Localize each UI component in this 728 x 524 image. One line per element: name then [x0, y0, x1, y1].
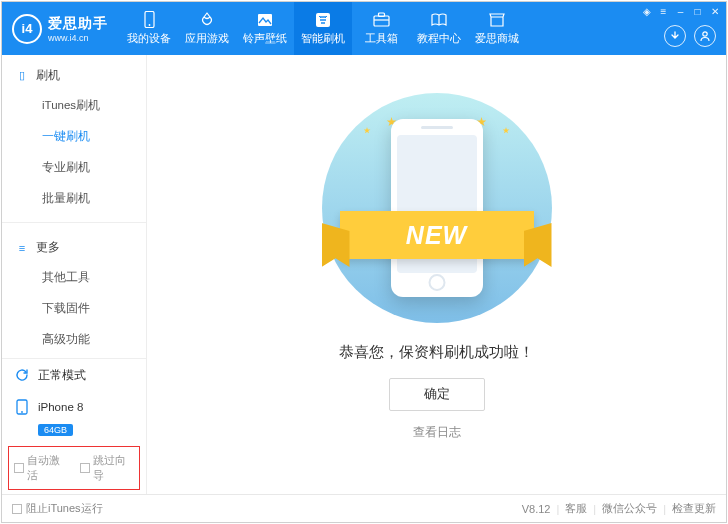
- device-name: iPhone 8: [38, 401, 83, 413]
- sidebar-item-oneclick-flash[interactable]: 一键刷机: [2, 121, 146, 152]
- nav-store[interactable]: 爱思商城: [468, 2, 526, 55]
- svg-rect-4: [374, 16, 389, 26]
- download-icon: [669, 30, 681, 42]
- app-subtitle: www.i4.cn: [48, 33, 108, 43]
- status-bar: 阻止iTunes运行 V8.12 | 客服 | 微信公众号 | 检查更新: [2, 494, 726, 522]
- support-link[interactable]: 客服: [565, 501, 587, 516]
- toolbox-icon: [373, 11, 390, 28]
- device-icon: [14, 399, 30, 415]
- sidebar-item-other-tools[interactable]: 其他工具: [2, 262, 146, 293]
- sidebar-item-advanced[interactable]: 高级功能: [2, 324, 146, 355]
- app-title: 爱思助手: [48, 15, 108, 33]
- close-icon[interactable]: ✕: [709, 6, 720, 17]
- more-icon: ≡: [16, 242, 28, 254]
- sidebar-item-download-firmware[interactable]: 下载固件: [2, 293, 146, 324]
- sidebar-mode-status[interactable]: 正常模式: [2, 359, 146, 391]
- svg-point-1: [148, 24, 150, 26]
- confirm-button[interactable]: 确定: [389, 378, 485, 411]
- block-itunes-checkbox[interactable]: 阻止iTunes运行: [12, 501, 103, 516]
- sidebar-section-flash[interactable]: ▯ 刷机: [2, 55, 146, 90]
- apps-icon: [199, 11, 216, 28]
- nav-apps-games[interactable]: 应用游戏: [178, 2, 236, 55]
- success-illustration: NEW: [322, 93, 552, 323]
- wallpaper-icon: [257, 11, 274, 28]
- top-nav: 我的设备 应用游戏 铃声壁纸 智能刷机 工具箱 教程中心 爱思商城: [120, 2, 526, 55]
- app-header: i4 爱思助手 www.i4.cn 我的设备 应用游戏 铃声壁纸 智能刷机 工具…: [2, 2, 726, 55]
- wechat-link[interactable]: 微信公众号: [602, 501, 657, 516]
- user-icon: [699, 30, 711, 42]
- new-ribbon: NEW: [340, 211, 534, 259]
- nav-flash-active[interactable]: 智能刷机: [294, 2, 352, 55]
- nav-toolbox[interactable]: 工具箱: [352, 2, 410, 55]
- check-update-link[interactable]: 检查更新: [672, 501, 716, 516]
- logo-icon: i4: [12, 14, 42, 44]
- tshirt-icon[interactable]: ◈: [641, 6, 652, 17]
- highlighted-options: 自动激活 跳过向导: [8, 446, 140, 490]
- sidebar-item-itunes-flash[interactable]: iTunes刷机: [2, 90, 146, 121]
- svg-point-10: [21, 411, 23, 413]
- sidebar-device[interactable]: iPhone 8: [2, 391, 146, 423]
- mode-label: 正常模式: [38, 368, 86, 383]
- phone-outline-icon: ▯: [16, 69, 28, 82]
- view-log-link[interactable]: 查看日志: [413, 425, 461, 440]
- store-icon: [489, 11, 506, 28]
- flash-icon: [315, 11, 332, 28]
- refresh-icon: [14, 367, 30, 383]
- svg-point-8: [703, 32, 707, 36]
- svg-rect-5: [378, 13, 384, 17]
- sidebar-item-pro-flash[interactable]: 专业刷机: [2, 152, 146, 183]
- success-message: 恭喜您，保资料刷机成功啦！: [339, 343, 534, 362]
- menu-icon[interactable]: ≡: [658, 6, 669, 17]
- download-button[interactable]: [664, 25, 686, 47]
- app-logo[interactable]: i4 爱思助手 www.i4.cn: [2, 2, 120, 55]
- nav-my-device[interactable]: 我的设备: [120, 2, 178, 55]
- sidebar-section-more[interactable]: ≡ 更多: [2, 227, 146, 262]
- main-content: NEW 恭喜您，保资料刷机成功啦！ 确定 查看日志: [147, 55, 726, 494]
- book-icon: [431, 11, 448, 28]
- user-button[interactable]: [694, 25, 716, 47]
- nav-tutorials[interactable]: 教程中心: [410, 2, 468, 55]
- phone-icon: [141, 11, 158, 28]
- maximize-icon[interactable]: □: [692, 6, 703, 17]
- version-label: V8.12: [522, 503, 551, 515]
- phone-graphic: [391, 119, 483, 297]
- skip-wizard-checkbox[interactable]: 跳过向导: [80, 453, 134, 483]
- nav-ringtones[interactable]: 铃声壁纸: [236, 2, 294, 55]
- window-controls: ◈ ≡ – □ ✕: [641, 6, 720, 17]
- storage-badge: 64GB: [38, 424, 73, 436]
- sidebar-item-batch-flash[interactable]: 批量刷机: [2, 183, 146, 214]
- auto-activate-checkbox[interactable]: 自动激活: [14, 453, 68, 483]
- sidebar: ▯ 刷机 iTunes刷机 一键刷机 专业刷机 批量刷机 ≡ 更多 其他工具 下…: [2, 55, 147, 494]
- minimize-icon[interactable]: –: [675, 6, 686, 17]
